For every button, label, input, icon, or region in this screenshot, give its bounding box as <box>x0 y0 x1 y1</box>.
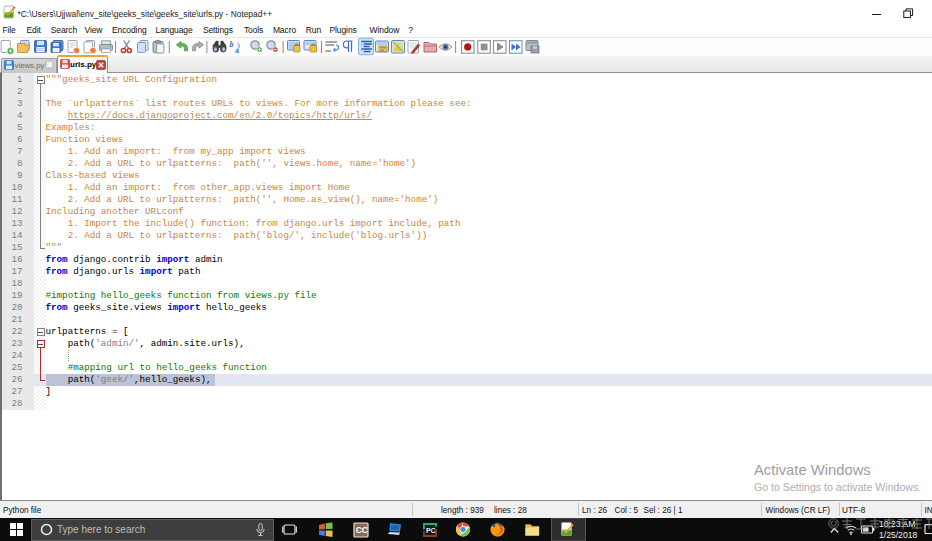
svg-text:a: a <box>235 46 239 55</box>
svg-text:PC: PC <box>426 527 436 534</box>
svg-text:CC: CC <box>356 525 368 535</box>
svg-text:b: b <box>230 40 234 49</box>
